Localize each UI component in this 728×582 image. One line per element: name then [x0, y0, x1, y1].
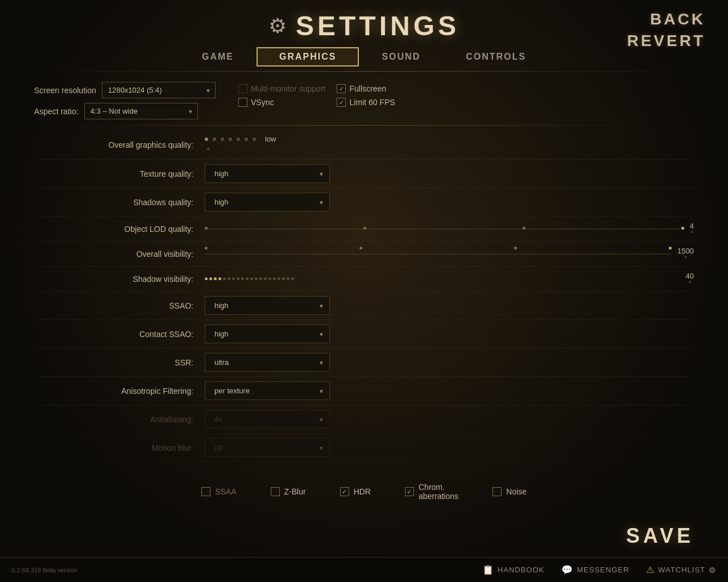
hdr-checkbox[interactable]: HDR	[340, 483, 371, 501]
settings-list: Overall graphics quality: low	[34, 130, 694, 462]
oq-dot-5	[237, 138, 240, 141]
shadows-quality-select[interactable]: high low medium ultra	[205, 193, 330, 211]
noise-checkbox[interactable]: Noise	[493, 483, 527, 501]
texture-quality-control: high low medium ultra ▼	[205, 164, 694, 183]
aspect-row: Aspect ratio: 4:3 – Not wide	[34, 103, 216, 119]
watchlist-label: WATCHLIST	[658, 566, 705, 574]
watchlist-button[interactable]: ⚠ WATCHLIST ⚙	[646, 564, 717, 575]
lod-value: 4	[690, 222, 694, 230]
overall-quality-control: low ^	[205, 135, 694, 155]
vsync-cb-box[interactable]	[238, 98, 247, 107]
zblur-checkbox[interactable]: Z-Blur	[271, 483, 306, 501]
texture-quality-select[interactable]: high low medium ultra	[205, 164, 330, 183]
contact-ssao-control: high low medium ultra ▼	[205, 325, 694, 343]
object-lod-control: 4 ^	[205, 222, 694, 236]
lod-slider[interactable]	[205, 225, 684, 234]
footer: 0.2.68.319 Beta version 📋 HANDBOOK 💬 MES…	[0, 557, 728, 582]
tab-controls[interactable]: CONTROLS	[443, 47, 549, 66]
antialiasing-control: 4x off 2x 8x ▼	[205, 410, 694, 429]
ssao-select[interactable]: high low medium ultra	[205, 296, 330, 315]
oq-dot-3	[221, 138, 224, 141]
anisotropic-row: Anisotropic Filtering: per texture off 2…	[34, 377, 694, 405]
watchlist-gear-icon: ⚙	[709, 566, 717, 575]
object-lod-label: Object LOD quality:	[34, 225, 205, 234]
oq-value: low	[265, 135, 276, 143]
shadows-quality-dropdown-wrapper: high low medium ultra ▼	[205, 193, 330, 211]
chrom-cb-box[interactable]	[405, 487, 414, 496]
resolution-label: Screen resolution	[34, 86, 96, 95]
shadow-visibility-arrow: ^	[689, 280, 691, 286]
hdr-cb-box[interactable]	[340, 487, 349, 496]
lod-arrow: ^	[690, 230, 693, 236]
tab-game[interactable]: GAME	[179, 47, 257, 66]
motion-blur-dropdown-wrapper: off low medium high ▼	[205, 438, 330, 457]
tab-sound[interactable]: SOUND	[359, 47, 443, 66]
aspect-select[interactable]: 4:3 – Not wide	[84, 103, 198, 119]
limit-fps-checkbox[interactable]: Limit 60 FPS	[337, 98, 395, 107]
ssao-control: high low medium ultra ▼	[205, 296, 694, 315]
middle-checkboxes: Multi-monitor support VSync	[238, 82, 326, 107]
lod-dot-3	[523, 227, 526, 230]
visibility-track	[205, 253, 672, 255]
oq-dot-1	[205, 138, 208, 141]
noise-cb-box[interactable]	[493, 487, 502, 496]
shadow-visibility-row: Shadow visibility:	[34, 267, 694, 292]
ssaa-cb-box[interactable]	[201, 487, 210, 496]
shadow-visibility-dots[interactable]	[205, 277, 680, 280]
object-lod-row: Object LOD quality: 4	[34, 217, 694, 242]
page-title: SETTINGS	[296, 10, 460, 41]
ssaa-checkbox[interactable]: SSAA	[201, 483, 236, 501]
resolution-select[interactable]: 728x582 (5:4)	[102, 82, 216, 98]
shadow-visibility-value-group: 40 ^	[686, 272, 694, 286]
contact-ssao-select[interactable]: high low medium ultra	[205, 325, 330, 343]
fullscreen-checkbox[interactable]: Fullscreen	[337, 84, 395, 93]
aspect-select-wrapper: 4:3 – Not wide	[84, 103, 198, 119]
lod-dot-thumb	[681, 227, 684, 230]
back-button[interactable]: BACK	[650, 10, 705, 28]
fullscreen-cb-box[interactable]	[337, 84, 346, 93]
antialiasing-row: Antialiasing: 4x off 2x 8x ▼	[34, 405, 694, 434]
motion-blur-control: off low medium high ▼	[205, 438, 694, 457]
nav-divider	[36, 71, 692, 72]
aspect-label: Aspect ratio:	[34, 107, 78, 116]
footer-nav: 📋 HANDBOOK 💬 MESSENGER ⚠ WATCHLIST ⚙	[482, 564, 717, 575]
save-button[interactable]: SAVE	[626, 524, 694, 548]
tab-graphics[interactable]: GRAPHICS	[257, 47, 359, 66]
lod-dot-1	[205, 227, 208, 230]
anisotropic-dropdown-wrapper: per texture off 2x 4x 8x 16x ▼	[205, 381, 330, 400]
overall-visibility-row: Overall visibility: 15	[34, 242, 694, 267]
hdr-label: HDR	[354, 487, 371, 496]
header-actions: BACK REVERT	[627, 10, 705, 50]
multi-monitor-checkbox[interactable]: Multi-monitor support	[238, 84, 326, 93]
ssr-select[interactable]: ultra low medium high	[205, 353, 330, 372]
texture-quality-row: Texture quality: high low medium ultra ▼	[34, 160, 694, 188]
anisotropic-select[interactable]: per texture off 2x 4x 8x 16x	[205, 381, 330, 400]
shadow-visibility-value: 40	[686, 272, 694, 280]
lod-dot-2	[363, 227, 366, 230]
oq-dot-2	[213, 138, 216, 141]
shadows-quality-row: Shadows quality: high low medium ultra ▼	[34, 188, 694, 217]
header: ⚙ SETTINGS BACK REVERT	[0, 0, 728, 41]
revert-button[interactable]: REVERT	[627, 32, 705, 50]
multi-monitor-label: Multi-monitor support	[251, 84, 326, 93]
multi-monitor-cb-box[interactable]	[238, 84, 247, 93]
zblur-cb-box[interactable]	[271, 487, 280, 496]
contact-ssao-row: Contact SSAO: high low medium ultra ▼	[34, 320, 694, 348]
texture-quality-label: Texture quality:	[34, 169, 205, 178]
vsync-label: VSync	[251, 98, 274, 107]
chrom-checkbox[interactable]: Chrom. aberrations	[405, 483, 458, 501]
overall-visibility-control: 1500 ^	[205, 247, 694, 261]
antialiasing-select[interactable]: 4x off 2x 8x	[205, 410, 330, 429]
ssao-row: SSAO: high low medium ultra ▼	[34, 292, 694, 320]
right-checkboxes: Fullscreen Limit 60 FPS	[337, 82, 395, 107]
ssao-dropdown-wrapper: high low medium ultra ▼	[205, 296, 330, 315]
messenger-label: MESSENGER	[577, 566, 629, 574]
resolution-row: Screen resolution 728x582 (5:4)	[34, 82, 216, 98]
motion-blur-select[interactable]: off low medium high	[205, 438, 330, 457]
limit-fps-cb-box[interactable]	[337, 98, 346, 107]
overall-quality-row: Overall graphics quality: low	[34, 130, 694, 160]
visibility-slider[interactable]	[205, 248, 672, 260]
handbook-button[interactable]: 📋 HANDBOOK	[482, 564, 544, 575]
messenger-button[interactable]: 💬 MESSENGER	[561, 564, 629, 575]
vsync-checkbox[interactable]: VSync	[238, 98, 326, 107]
